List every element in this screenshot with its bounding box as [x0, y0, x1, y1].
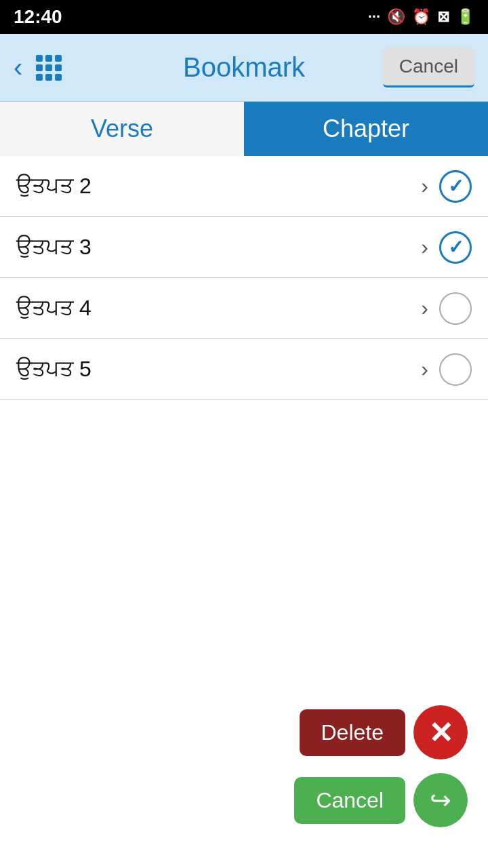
chevron-icon: › [421, 174, 428, 199]
list-item[interactable]: ਉਤਪਤ 3 › ✓ [0, 217, 488, 278]
cancel-button[interactable]: Cancel [294, 777, 405, 824]
chapter-label: ਉਤਪਤ 5 [16, 357, 421, 382]
bottom-actions: Delete ✕ Cancel ↪ [294, 705, 468, 827]
checkmark-icon: ✓ [448, 236, 464, 258]
status-time: 12:40 [14, 6, 62, 28]
delete-button[interactable]: Delete [300, 709, 406, 756]
delete-confirm-button[interactable]: ✕ [413, 705, 468, 760]
checkmark-icon: ✓ [448, 175, 464, 197]
header-left: ‹ [14, 52, 62, 83]
chevron-icon: › [421, 296, 428, 321]
status-bar: 12:40 ··· 🔇 ⏰ ⊠ 🔋 [0, 0, 488, 34]
chapter-label: ਉਤਪਤ 4 [16, 296, 421, 321]
header-title: Bookmark [183, 52, 305, 83]
list-item[interactable]: ਉਤਪਤ 5 › [0, 339, 488, 400]
check-circle-checked[interactable]: ✓ [439, 231, 472, 264]
sim-icon: ⊠ [437, 8, 449, 26]
signal-icon: ··· [368, 8, 380, 26]
forward-icon: ↪ [430, 785, 451, 815]
grid-menu-button[interactable] [36, 55, 62, 81]
tab-verse[interactable]: Verse [0, 102, 244, 156]
close-icon: ✕ [428, 715, 453, 750]
delete-row: Delete ✕ [300, 705, 468, 760]
item-controls: › [421, 353, 472, 386]
item-controls: › [421, 292, 472, 325]
alarm-icon: ⏰ [412, 8, 430, 26]
cancel-row: Cancel ↪ [294, 773, 468, 827]
check-circle-unchecked[interactable] [439, 353, 472, 386]
item-controls: › ✓ [421, 170, 472, 203]
app-header: ‹ Bookmark Cancel [0, 34, 488, 102]
tab-bar: Verse Chapter [0, 102, 488, 156]
check-circle-unchecked[interactable] [439, 292, 472, 325]
back-button[interactable]: ‹ [14, 52, 22, 83]
tab-chapter[interactable]: Chapter [244, 102, 488, 156]
list-item[interactable]: ਉਤਪਤ 4 › [0, 278, 488, 339]
battery-icon: 🔋 [456, 8, 474, 26]
list-item[interactable]: ਉਤਪਤ 2 › ✓ [0, 156, 488, 217]
chevron-icon: › [421, 235, 428, 260]
status-icons: ··· 🔇 ⏰ ⊠ 🔋 [368, 8, 474, 26]
header-cancel-button[interactable]: Cancel [383, 47, 474, 87]
item-controls: › ✓ [421, 231, 472, 264]
chapter-label: ਉਤਪਤ 3 [16, 235, 421, 260]
chevron-icon: › [421, 357, 428, 382]
chapter-list: ਉਤਪਤ 2 › ✓ ਉਤਪਤ 3 › ✓ ਉਤਪਤ 4 › ਉਤਪਤ 5 › [0, 156, 488, 400]
chapter-label: ਉਤਪਤ 2 [16, 174, 421, 199]
mute-icon: 🔇 [387, 8, 405, 26]
check-circle-checked[interactable]: ✓ [439, 170, 472, 203]
go-button[interactable]: ↪ [413, 773, 468, 827]
